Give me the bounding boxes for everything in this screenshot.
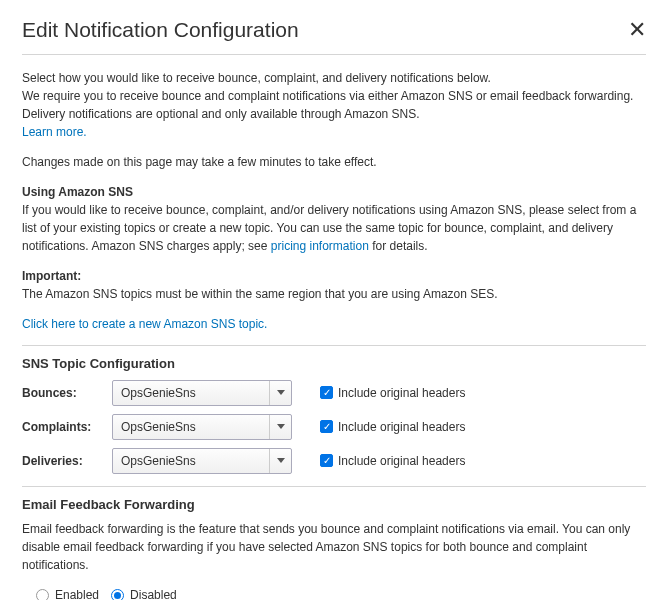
checkmark-icon: ✓ [323, 388, 331, 398]
create-sns-topic-link[interactable]: Click here to create a new Amazon SNS to… [22, 317, 267, 331]
feedback-enabled-radio[interactable] [36, 589, 49, 601]
using-sns-body-suffix: for details. [369, 239, 428, 253]
dialog-header: Edit Notification Configuration ✕ [22, 18, 646, 55]
learn-more-link[interactable]: Learn more. [22, 125, 87, 139]
intro-paragraph: Select how you would like to receive bou… [22, 69, 646, 141]
important-body: The Amazon SNS topics must be within the… [22, 287, 498, 301]
divider [22, 486, 646, 487]
deliveries-select-value: OpsGenieSns [121, 452, 196, 470]
bounces-row: Bounces: OpsGenieSns ✓ Include original … [22, 380, 646, 406]
sns-config-title: SNS Topic Configuration [22, 354, 646, 374]
chevron-down-icon [269, 415, 291, 439]
deliveries-include-headers-label: Include original headers [338, 452, 465, 470]
chevron-down-icon [269, 449, 291, 473]
radio-dot-icon [114, 592, 121, 599]
bounces-select-value: OpsGenieSns [121, 384, 196, 402]
feedback-disabled-radio[interactable] [111, 589, 124, 601]
important-section: Important: The Amazon SNS topics must be… [22, 267, 646, 303]
complaints-select[interactable]: OpsGenieSns [112, 414, 292, 440]
bounces-select[interactable]: OpsGenieSns [112, 380, 292, 406]
dialog-content: Select how you would like to receive bou… [22, 69, 646, 600]
intro-line2: We require you to receive bounce and com… [22, 89, 633, 121]
checkmark-icon: ✓ [323, 456, 331, 466]
deliveries-label: Deliveries: [22, 452, 112, 470]
intro-line1: Select how you would like to receive bou… [22, 71, 491, 85]
pricing-info-link[interactable]: pricing information [271, 239, 369, 253]
complaints-include-headers-checkbox[interactable]: ✓ [320, 420, 333, 433]
changes-note: Changes made on this page may take a few… [22, 153, 646, 171]
complaints-label: Complaints: [22, 418, 112, 436]
complaints-row: Complaints: OpsGenieSns ✓ Include origin… [22, 414, 646, 440]
using-sns-heading: Using Amazon SNS [22, 185, 133, 199]
bounces-label: Bounces: [22, 384, 112, 402]
divider [22, 345, 646, 346]
using-sns-section: Using Amazon SNS If you would like to re… [22, 183, 646, 255]
bounces-include-headers-checkbox[interactable]: ✓ [320, 386, 333, 399]
chevron-down-icon [269, 381, 291, 405]
feedback-radio-group: Enabled Disabled [36, 586, 646, 600]
deliveries-row: Deliveries: OpsGenieSns ✓ Include origin… [22, 448, 646, 474]
deliveries-select[interactable]: OpsGenieSns [112, 448, 292, 474]
complaints-select-value: OpsGenieSns [121, 418, 196, 436]
feedback-enabled-label: Enabled [55, 586, 99, 600]
bounces-include-headers-label: Include original headers [338, 384, 465, 402]
deliveries-include-headers-checkbox[interactable]: ✓ [320, 454, 333, 467]
feedback-body: Email feedback forwarding is the feature… [22, 520, 646, 574]
dialog-title: Edit Notification Configuration [22, 18, 299, 42]
important-heading: Important: [22, 269, 81, 283]
complaints-include-headers-label: Include original headers [338, 418, 465, 436]
checkmark-icon: ✓ [323, 422, 331, 432]
feedback-disabled-label: Disabled [130, 586, 177, 600]
close-icon[interactable]: ✕ [628, 19, 646, 41]
feedback-title: Email Feedback Forwarding [22, 495, 646, 515]
